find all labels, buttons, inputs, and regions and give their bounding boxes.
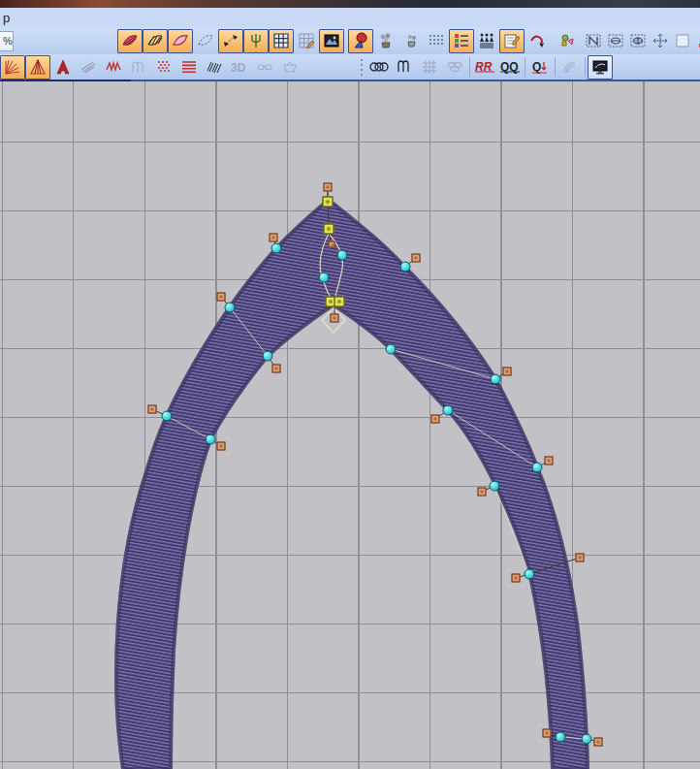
triangle-fan-icon[interactable] (25, 55, 50, 80)
offset-handle-node[interactable] (217, 442, 226, 451)
toolbar-separator (469, 57, 470, 77)
zoom-percent-field[interactable]: % (0, 31, 14, 51)
offset-handle-node[interactable] (503, 368, 512, 376)
selected-anchor-node[interactable] (324, 224, 334, 235)
outline-leaf-icon[interactable] (168, 29, 193, 53)
selected-anchor-node[interactable] (334, 297, 345, 307)
offset-handle-node[interactable] (324, 183, 333, 192)
curve-point-node[interactable] (162, 411, 173, 422)
toolbar-main: % (0, 27, 700, 54)
dashed-leaf-icon[interactable] (193, 29, 218, 53)
curve-point-node[interactable] (582, 734, 592, 745)
grid-dark-icon[interactable] (269, 29, 294, 53)
offset-handle-node[interactable] (543, 729, 552, 738)
toolbar-separator (525, 57, 525, 77)
curve-point-node[interactable] (271, 243, 282, 254)
offset-handle-node[interactable] (412, 254, 421, 263)
offset-handle-node[interactable] (148, 405, 157, 414)
offset-handle-node[interactable] (594, 738, 603, 747)
offset-handle-node[interactable] (478, 488, 487, 497)
toolbar-stitch-types: 3D RR QQ Q (0, 54, 700, 80)
hatch-w-icon[interactable] (202, 55, 227, 80)
toolbar-separator (359, 57, 365, 77)
q-arrow-icon[interactable]: Q (527, 55, 553, 80)
curve-point-node[interactable] (225, 303, 236, 313)
monitor-icon[interactable] (588, 55, 613, 80)
curve-point-node[interactable] (263, 351, 273, 362)
nested-curves-icon[interactable] (557, 55, 583, 80)
curve-point-node[interactable] (386, 344, 397, 355)
design-canvas[interactable] (0, 81, 700, 769)
curve-point-node[interactable] (491, 374, 501, 385)
reshape-icon[interactable] (218, 29, 243, 53)
offset-handle-node[interactable] (329, 241, 335, 248)
window-titlebar (0, 0, 700, 8)
hatch-leaf-icon[interactable] (143, 29, 168, 53)
menu-item-help-partial[interactable]: p (0, 11, 10, 25)
threeD-icon[interactable]: 3D (227, 55, 252, 80)
curve-point-node[interactable] (525, 569, 535, 580)
flowerpot-icon[interactable] (373, 29, 398, 53)
qq-loops-icon[interactable]: QQ (497, 55, 523, 80)
chain-links-icon[interactable] (442, 55, 467, 80)
threeD-label: 3D (231, 61, 246, 74)
menu-bar: p (0, 8, 700, 27)
curve-point-node[interactable] (206, 434, 216, 445)
control-points-layer (0, 81, 700, 769)
curve-point-node[interactable] (532, 463, 543, 473)
weave-grid-icon[interactable] (417, 55, 442, 80)
vertical-loops-icon[interactable] (392, 55, 417, 80)
curve-point-node[interactable] (337, 250, 348, 261)
toolbar-separator (585, 57, 586, 77)
offset-handle-node[interactable] (431, 415, 440, 424)
toolbar-separator (555, 57, 556, 77)
curve-point-node[interactable] (490, 481, 500, 492)
center-arrange-icon[interactable] (650, 29, 672, 53)
fill-leaf-icon[interactable] (117, 29, 143, 53)
feather-stitch-icon[interactable] (76, 55, 101, 80)
mirror-n-icon[interactable] (583, 29, 605, 53)
glasses-icon[interactable] (252, 55, 277, 80)
offset-handle-node[interactable] (331, 314, 339, 323)
mirror-row-icon[interactable] (605, 29, 627, 53)
balloon-digitize-icon[interactable] (348, 29, 373, 53)
bee-icon[interactable] (554, 29, 579, 53)
curve-point-node[interactable] (319, 272, 330, 283)
document-edit-icon[interactable] (499, 29, 525, 53)
blank-square-icon[interactable] (672, 29, 694, 53)
curve-point-node[interactable] (556, 732, 566, 743)
color-film-list-icon[interactable] (449, 29, 474, 53)
selected-anchor-node[interactable] (323, 197, 334, 208)
tree-palette-icon[interactable] (694, 29, 700, 53)
horizontal-lines-icon[interactable] (176, 55, 202, 80)
mirror-column-icon[interactable] (627, 29, 650, 53)
letter-a-red-icon[interactable] (50, 55, 76, 80)
loops-gray-icon[interactable] (126, 55, 151, 80)
curve-point-node[interactable] (400, 262, 411, 272)
offset-handle-node[interactable] (576, 554, 585, 562)
needle-entry-icon[interactable] (243, 29, 269, 53)
swirl-stitch-icon[interactable] (525, 29, 550, 53)
bitmap-image-icon[interactable] (319, 29, 344, 53)
grid-light-icon[interactable] (294, 29, 319, 53)
rr-loops-icon[interactable]: RR (472, 55, 497, 80)
offset-handle-node[interactable] (272, 365, 281, 373)
fan-rays-icon[interactable] (0, 55, 25, 80)
dot-grid-icon[interactable] (424, 29, 449, 53)
rings-icon[interactable] (366, 55, 392, 80)
curve-point-node[interactable] (443, 405, 454, 416)
offset-handle-node[interactable] (512, 574, 521, 583)
stitch-people-icon[interactable] (474, 29, 499, 53)
flowerpot-small-icon[interactable] (398, 29, 424, 53)
offset-handle-node[interactable] (545, 457, 554, 465)
basket-icon[interactable] (277, 55, 302, 80)
offset-handle-node[interactable] (270, 234, 278, 242)
zigzag-red-icon[interactable] (101, 55, 126, 80)
motif-dots-icon[interactable] (151, 55, 176, 80)
zoom-percent-suffix: % (3, 35, 13, 47)
offset-handle-node[interactable] (217, 293, 226, 302)
q-label: Q (532, 60, 541, 74)
